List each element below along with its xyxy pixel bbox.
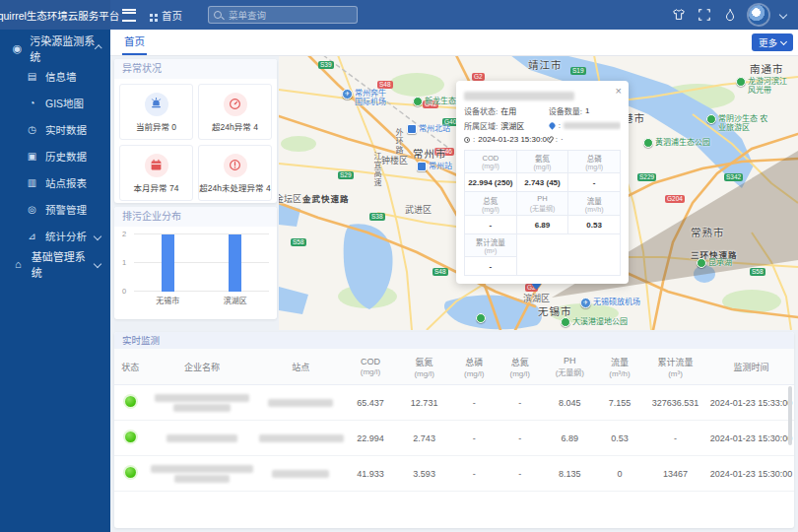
sidebar-item-alert-management[interactable]: ◎预警管理 <box>0 196 110 223</box>
more-button[interactable]: 更多 <box>752 33 793 51</box>
reading-name: PH <box>518 194 567 203</box>
flame-icon[interactable] <box>723 8 737 22</box>
road-number-badge: S39 <box>318 61 334 69</box>
blank-cell <box>516 234 620 276</box>
sidebar-item-label: 统计分析 <box>45 229 87 243</box>
table-scrollbar[interactable] <box>788 386 792 445</box>
map-marker-label: 黄泗浦生态公园 <box>655 138 710 147</box>
gauge-icon <box>229 98 241 110</box>
top-bar: Squirrel生态环境云服务平台 首页 <box>0 0 798 30</box>
eco-marker-icon <box>643 138 653 148</box>
close-icon[interactable]: × <box>616 85 622 97</box>
more-button-label: 更多 <box>759 35 777 49</box>
search-input[interactable] <box>208 6 358 24</box>
hamburger-menu-icon[interactable] <box>122 9 136 22</box>
main-content: 异常状况 当前异常 0 超24h异常 4 本月异常 74 超24h未处理异常 4 <box>110 55 798 532</box>
reading-header: PH(无量纲) <box>516 192 568 216</box>
panel-title: 异常状况 <box>114 59 277 79</box>
sidebar-item-realtime-data[interactable]: ◷实时数据 <box>0 116 110 143</box>
stat-card-month-abnormal[interactable]: 本月异常 74 <box>119 145 193 201</box>
cell-ph: 8.045 <box>543 385 597 421</box>
map-label-road: 金武快速路 <box>302 192 350 204</box>
map-marker-eco[interactable]: 黄泗浦生态公园 <box>643 138 710 148</box>
road-number-badge: G2 <box>472 73 485 81</box>
chevron-down-icon <box>780 37 787 44</box>
abnormal-status-panel: 异常状况 当前异常 0 超24h异常 4 本月异常 74 超24h未处理异常 4 <box>114 59 277 203</box>
table-row[interactable]: 41.9333.593--8.1350134672024-01-23 15:30… <box>114 456 794 492</box>
table-row[interactable]: 22.9942.743--6.890.53-2024-01-23 15:30:0… <box>114 421 794 456</box>
map-marker-eco[interactable]: 常阴沙生态 农业旅游区 <box>706 114 769 132</box>
stat-label: 当前异常 <box>136 122 169 132</box>
cell-tp: - <box>451 456 498 492</box>
sidebar-item-info-wall[interactable]: ▤信息墙 <box>0 63 110 90</box>
sidebar-item-site-report[interactable]: ▥站点报表 <box>0 169 110 196</box>
cell-time: 2024-01-23 15:33:00 <box>708 385 794 421</box>
fullscreen-icon[interactable] <box>698 8 711 22</box>
reading-header: 流量(m³/h) <box>568 192 621 216</box>
column-header: 总磷(mg/l) <box>451 349 498 385</box>
stat-card-over-24h-unhandled[interactable]: 超24h未处理异常 4 <box>198 145 272 201</box>
tab-strip: 首页 更多 <box>110 30 798 56</box>
gis-map[interactable]: 靖江市南通市张家港市常州市无锡市常熟市钟楼区武进区滨湖区金坛区金武快速路三环快速… <box>279 55 798 330</box>
reading-name: COD <box>466 154 515 163</box>
theme-skin-icon[interactable] <box>672 8 686 22</box>
reading-header: COD(mg/l) <box>465 151 517 173</box>
redacted-company-name <box>146 421 257 456</box>
info-wall-icon: ▤ <box>26 71 38 82</box>
reading-header: 累计流量(m³) <box>465 234 517 257</box>
chevron-down-icon <box>94 260 101 268</box>
reading-unit: (m³/h) <box>569 206 619 213</box>
sidebar-item-gis-map[interactable]: ◔GIS地图 <box>0 90 110 116</box>
stat-card-over-24h-abnormal[interactable]: 超24h异常 4 <box>198 84 272 140</box>
column-label: 氨氮 <box>397 356 451 368</box>
statistics-analysis-icon: ⊿ <box>26 231 38 241</box>
road-number-badge: S19 <box>570 67 586 75</box>
field-value: 在用 <box>500 105 516 116</box>
realtime-data-icon: ◷ <box>26 124 38 135</box>
grid-icon <box>150 14 153 17</box>
avatar[interactable] <box>749 5 768 25</box>
map-marker-airport[interactable]: ✈常州奔牛 国际机场 <box>342 89 396 106</box>
sidebar-item-label: 站点报表 <box>45 175 87 190</box>
field-value: 1 <box>585 106 589 115</box>
app-root: Squirrel生态环境云服务平台 首页 ◉ 污染源监测系统 ▤信息墙◔GIS地… <box>0 0 798 532</box>
map-label-dist: 钟楼区 <box>381 154 408 166</box>
user-menu-chevron-icon[interactable] <box>779 11 787 19</box>
map-marker-station[interactable]: 常州北站 <box>407 124 450 134</box>
sidebar-item-history-data[interactable]: ▣历史数据 <box>0 143 110 169</box>
road-number-badge: S229 <box>637 173 656 181</box>
map-marker-eco[interactable]: 大溪港湿地公园 <box>561 317 628 327</box>
map-marker-label: 常阴沙生态 农业旅游区 <box>718 114 769 132</box>
column-header: 监测时间 <box>708 349 794 385</box>
stat-card-current-abnormal[interactable]: 当前异常 0 <box>119 84 193 140</box>
x-tick-label: 滨湖区 <box>224 295 247 305</box>
table-row[interactable]: 65.43712.731--8.0457.155327636.5312024-0… <box>114 385 794 421</box>
realtime-monitor-table: 状态企业名称站点COD(mg/l)氨氮(mg/l)总磷(mg/l)总氮(mg/l… <box>114 349 794 492</box>
column-label: COD <box>344 357 398 366</box>
eco-marker-icon <box>697 258 706 268</box>
road-number-badge: S342 <box>724 173 743 181</box>
map-marker-eco[interactable]: 昆承湖 <box>697 258 732 268</box>
eco-marker-icon <box>561 317 570 327</box>
reading-name: 总氮 <box>466 195 515 206</box>
sidebar-item-statistics-analysis[interactable]: ⊿统计分析 <box>0 223 110 249</box>
redacted-text <box>174 475 230 483</box>
sidebar-section-basic-management-system[interactable]: ⌂ 基础管理系统 <box>0 249 110 279</box>
topbar-home-link[interactable]: 首页 <box>150 8 182 23</box>
sidebar-section-pollution-monitor-system[interactable]: ◉ 污染源监测系统 <box>0 33 110 63</box>
basic-system-icon: ⌂ <box>12 258 25 270</box>
clock-icon <box>464 137 470 143</box>
tab-home[interactable]: 首页 <box>122 30 147 55</box>
platform-logo: Squirrel生态环境云服务平台 <box>0 0 110 30</box>
map-marker-airport[interactable]: ✈无锡硕放机场 <box>580 298 640 308</box>
map-label-vroad: 江宜高速 <box>371 152 382 187</box>
column-header: 状态 <box>114 349 146 385</box>
column-header: 累计流量(m³) <box>642 349 708 385</box>
redacted-company-name <box>146 385 257 421</box>
map-marker-station[interactable]: 常州站 <box>417 162 452 171</box>
column-label: 流量 <box>597 356 643 368</box>
popup-title-redacted <box>464 89 621 100</box>
map-marker-eco[interactable]: 龙游河滨江 风光带 <box>736 77 795 95</box>
monitor-system-icon: ◉ <box>12 42 23 55</box>
map-marker-eco[interactable] <box>476 313 486 323</box>
